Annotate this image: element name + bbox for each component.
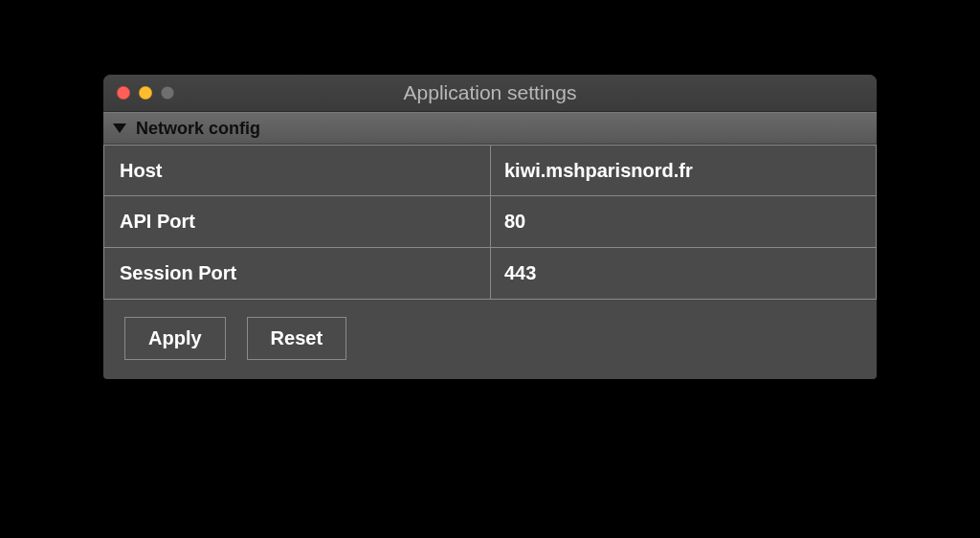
titlebar: Application settings	[103, 75, 877, 112]
label-host: Host	[103, 145, 490, 196]
window-controls	[103, 86, 174, 100]
section-header-network[interactable]: Network config	[103, 112, 877, 145]
label-api-port: API Port	[103, 196, 490, 248]
cell-api-port-input	[490, 196, 877, 248]
reset-button[interactable]: Reset	[247, 317, 346, 360]
disclosure-triangle-icon	[113, 123, 126, 133]
apply-button[interactable]: Apply	[124, 317, 226, 360]
button-row: Apply Reset	[103, 300, 877, 379]
row-session-port: Session Port	[103, 248, 877, 300]
network-config-form: Host API Port Session Port	[103, 145, 877, 300]
host-input[interactable]	[491, 146, 876, 195]
close-icon[interactable]	[117, 86, 130, 100]
zoom-icon	[161, 86, 174, 100]
session-port-input[interactable]	[491, 248, 876, 299]
cell-session-port-input	[490, 248, 877, 300]
minimize-icon[interactable]	[139, 86, 152, 100]
cell-host-input	[490, 145, 877, 196]
section-title: Network config	[136, 119, 260, 139]
row-host: Host	[103, 145, 877, 196]
window-title: Application settings	[103, 81, 877, 104]
label-session-port: Session Port	[103, 248, 490, 300]
row-api-port: API Port	[103, 196, 877, 248]
settings-window: Application settings Network config Host…	[103, 75, 877, 379]
api-port-input[interactable]	[491, 196, 876, 247]
